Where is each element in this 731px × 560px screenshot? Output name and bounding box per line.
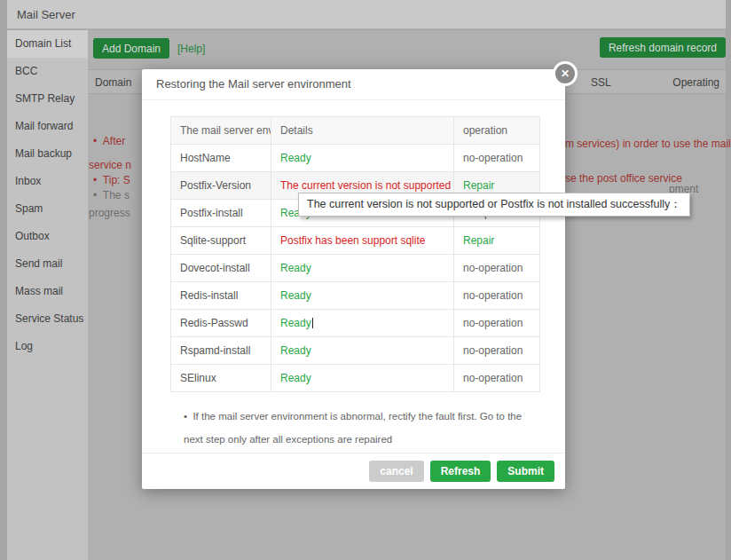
modal-footer: cancel Refresh Submit xyxy=(142,453,565,489)
no-operation-label: no-operation xyxy=(463,317,523,329)
details-cell: Ready xyxy=(271,145,454,172)
repair-link[interactable]: Repair xyxy=(463,179,494,192)
modal-note: If the mail server environment is abnorm… xyxy=(184,405,534,451)
restore-environment-modal: Restoring the Mail server environment ✕ … xyxy=(142,69,565,489)
no-operation-label: no-operation xyxy=(463,262,523,274)
operation-cell: no-operation xyxy=(454,145,540,172)
no-operation-label: no-operation xyxy=(463,372,523,384)
operation-cell: no-operation xyxy=(454,337,540,365)
operation-column-header: operation xyxy=(454,117,540,145)
app-titlebar: Mail Server xyxy=(7,0,726,29)
operating-column-header: Operating xyxy=(672,76,719,89)
env-column-header: The mail server env xyxy=(171,117,271,145)
no-operation-label: no-operation xyxy=(463,152,523,164)
env-name-cell: Postfix-Version xyxy=(171,172,271,200)
no-operation-label: no-operation xyxy=(463,289,523,302)
sidebar: Domain ListBCCSMTP RelayMail forwardMail… xyxy=(7,30,88,560)
sidebar-item-outbox[interactable]: Outbox xyxy=(7,223,88,250)
details-cell: Ready xyxy=(271,365,454,392)
table-row: Redis-PasswdReadyno-operation xyxy=(171,310,540,337)
table-row: SElinuxReadyno-operation xyxy=(171,365,540,392)
operation-cell: no-operation xyxy=(454,282,540,310)
no-operation-label: no-operation xyxy=(463,344,523,357)
sidebar-item-send-mail[interactable]: Send mail xyxy=(7,250,88,278)
sidebar-item-mail-forward[interactable]: Mail forward xyxy=(7,113,88,140)
bg-text-fragment: service n xyxy=(89,159,131,171)
table-row: Sqlite-supportPostfix has been support s… xyxy=(171,227,540,255)
env-name-cell: HostName xyxy=(171,145,271,172)
sidebar-item-bcc[interactable]: BCC xyxy=(7,58,88,85)
env-name-cell: SElinux xyxy=(171,365,271,392)
sidebar-item-service-status[interactable]: Service Status xyxy=(7,305,88,333)
sidebar-item-domain-list[interactable]: Domain List xyxy=(7,30,88,58)
details-cell: Ready xyxy=(271,310,454,337)
operation-cell: no-operation xyxy=(454,365,540,392)
details-cell: Ready xyxy=(271,255,454,282)
table-row: Dovecot-installReadyno-operation xyxy=(171,255,540,282)
details-cell: Ready xyxy=(271,337,454,365)
table-row: Redis-installReadyno-operation xyxy=(171,282,540,310)
cancel-button[interactable]: cancel xyxy=(369,461,423,482)
bg-text-fragment: progress xyxy=(89,207,130,219)
sidebar-item-mail-backup[interactable]: Mail backup xyxy=(7,140,88,168)
modal-title: Restoring the Mail server environment xyxy=(142,69,565,100)
domain-column-header: Domain xyxy=(95,76,131,89)
bg-text-fragment: • Tip: S xyxy=(93,174,130,186)
table-header-row: The mail server env Details operation xyxy=(171,117,540,145)
details-column-header: Details xyxy=(271,117,454,145)
bg-text-fragment: m services) in order to use the mailbox xyxy=(565,138,731,150)
tooltip: The current version is not supported or … xyxy=(298,193,690,217)
refresh-button[interactable]: Refresh xyxy=(430,461,491,482)
env-name-cell: Postfix-install xyxy=(171,200,271,227)
operation-cell: no-operation xyxy=(454,255,540,282)
refresh-domain-record-button[interactable]: Refresh domain record xyxy=(600,37,726,58)
sidebar-item-smtp-relay[interactable]: SMTP Relay xyxy=(7,85,88,113)
sidebar-item-spam[interactable]: Spam xyxy=(7,195,88,223)
bg-text-fragment: • After xyxy=(93,135,125,147)
app-title: Mail Server xyxy=(17,8,75,21)
bg-text-fragment: se the post office service xyxy=(565,172,682,185)
env-name-cell: Dovecot-install xyxy=(171,255,271,282)
sidebar-item-mass-mail[interactable]: Mass mail xyxy=(7,278,88,305)
sidebar-item-log[interactable]: Log xyxy=(7,333,88,360)
table-row: Rspamd-installReadyno-operation xyxy=(171,337,540,365)
details-cell: Ready xyxy=(271,282,454,310)
text-caret xyxy=(312,318,313,328)
env-name-cell: Rspamd-install xyxy=(171,337,271,365)
add-domain-button[interactable]: Add Domain xyxy=(93,38,169,59)
env-name-cell: Sqlite-support xyxy=(171,227,271,255)
env-name-cell: Redis-install xyxy=(171,282,271,310)
operation-cell: no-operation xyxy=(454,310,540,337)
ssl-column-header: SSL xyxy=(591,76,611,89)
sidebar-item-inbox[interactable]: Inbox xyxy=(7,168,88,195)
env-name-cell: Redis-Passwd xyxy=(171,310,271,337)
submit-button[interactable]: Submit xyxy=(497,461,554,482)
table-row: HostNameReadyno-operation xyxy=(171,145,540,172)
help-link[interactable]: [Help] xyxy=(177,43,205,55)
env-status-table: The mail server env Details operation Ho… xyxy=(170,116,540,392)
details-cell[interactable]: Postfix has been support sqlite xyxy=(271,227,454,255)
repair-link[interactable]: Repair xyxy=(463,234,494,247)
close-icon[interactable]: ✕ xyxy=(553,61,578,86)
bg-text-fragment: • The s xyxy=(93,189,130,201)
operation-cell: Repair xyxy=(454,227,540,255)
